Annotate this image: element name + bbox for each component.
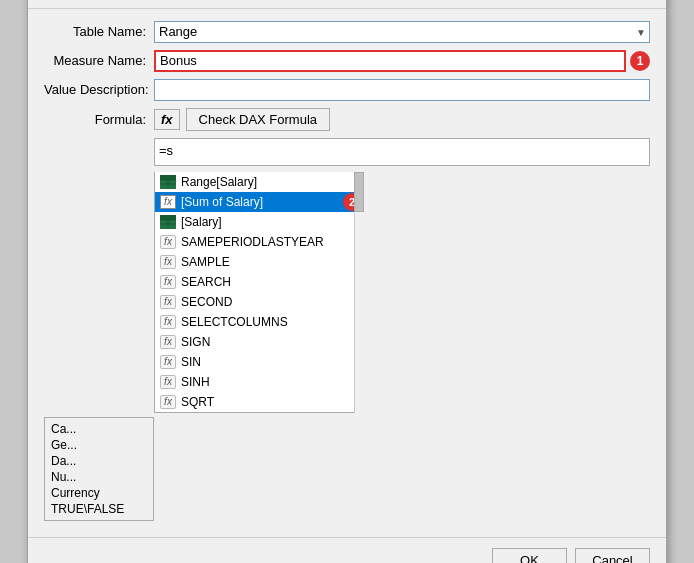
table-name-wrapper: ▼ — [154, 21, 650, 43]
table-name-row: Table Name: ▼ — [44, 21, 650, 43]
table-name-input[interactable] — [154, 21, 650, 43]
list-item[interactable]: fx SAMPLE — [155, 252, 363, 272]
badge-1: 1 — [630, 51, 650, 71]
close-button[interactable]: ✕ — [636, 0, 656, 2]
category-item[interactable]: Nu... — [49, 469, 149, 485]
item-label: [Sum of Salary] — [181, 195, 263, 209]
formula-label: Formula: — [44, 112, 154, 127]
category-area: Ca... Ge... Da... Nu... Currency TRUE\FA… — [44, 417, 650, 521]
autocomplete-dropdown: Range[Salary] fx [Sum of Salary] 2 — [154, 172, 364, 413]
item-label: Range[Salary] — [181, 175, 257, 189]
func-icon: fx — [159, 314, 177, 330]
measure-dialog: Measure ? ✕ Table Name: ▼ Measure Name: … — [27, 0, 667, 563]
list-item[interactable]: fx SINH — [155, 372, 363, 392]
list-item[interactable]: fx SIGN — [155, 332, 363, 352]
measure-name-row: Measure Name: 1 — [44, 50, 650, 72]
item-label: SEARCH — [181, 275, 231, 289]
func-icon: fx — [159, 334, 177, 350]
help-button[interactable]: ? — [612, 0, 628, 2]
formula-area[interactable]: =s — [154, 138, 650, 166]
func-icon: fx — [159, 254, 177, 270]
item-label: SQRT — [181, 395, 214, 409]
func-icon: fx — [159, 394, 177, 410]
footer: OK Cancel — [28, 537, 666, 564]
formula-area-wrapper: =s — [154, 138, 650, 166]
item-label: SINH — [181, 375, 210, 389]
dropdown-scroll: Range[Salary] fx [Sum of Salary] 2 — [154, 172, 364, 413]
category-item[interactable]: Currency — [49, 485, 149, 501]
cancel-button[interactable]: Cancel — [575, 548, 650, 564]
list-item[interactable]: Range[Salary] — [155, 172, 363, 192]
value-desc-row: Value Description: — [44, 79, 650, 101]
item-label: SECOND — [181, 295, 232, 309]
ok-button[interactable]: OK — [492, 548, 567, 564]
list-item[interactable]: fx SQRT — [155, 392, 363, 412]
list-item[interactable]: fx SIN — [155, 352, 363, 372]
svg-rect-9 — [160, 215, 176, 220]
fx-icon: fx — [159, 194, 177, 210]
func-icon: fx — [159, 274, 177, 290]
list-item[interactable]: fx [Sum of Salary] 2 — [155, 192, 363, 212]
scrollbar-thumb[interactable] — [354, 172, 364, 212]
func-icon: fx — [159, 374, 177, 390]
list-item[interactable]: fx SEARCH — [155, 272, 363, 292]
title-bar: Measure ? ✕ — [28, 0, 666, 9]
list-item[interactable]: fx SELECTCOLUMNS — [155, 312, 363, 332]
category-list: Ca... Ge... Da... Nu... Currency TRUE\FA… — [44, 417, 154, 521]
dialog-title: Measure — [38, 0, 89, 1]
func-icon: fx — [159, 294, 177, 310]
item-label: SAMPLE — [181, 255, 230, 269]
check-dax-button[interactable]: Check DAX Formula — [186, 108, 330, 131]
table-icon — [159, 214, 177, 230]
formula-fx-button[interactable]: fx — [154, 109, 180, 130]
dropdown-list: Range[Salary] fx [Sum of Salary] 2 — [154, 172, 364, 413]
category-item[interactable]: Da... — [49, 453, 149, 469]
category-item[interactable]: Ca... — [49, 421, 149, 437]
category-item[interactable]: Ge... — [49, 437, 149, 453]
table-icon — [159, 174, 177, 190]
dialog-body: Table Name: ▼ Measure Name: 1 Value Desc… — [28, 9, 666, 533]
func-icon: fx — [159, 234, 177, 250]
scrollbar-track[interactable] — [354, 172, 364, 413]
item-label: SIN — [181, 355, 201, 369]
list-item[interactable]: fx SECOND — [155, 292, 363, 312]
item-label: SAMEPERIODLASTYEAR — [181, 235, 324, 249]
value-desc-label: Value Description: — [44, 82, 154, 97]
item-label: SIGN — [181, 335, 210, 349]
func-icon: fx — [159, 354, 177, 370]
svg-rect-4 — [160, 175, 176, 180]
value-desc-input[interactable] — [154, 79, 650, 101]
category-item[interactable]: TRUE\FALSE — [49, 501, 149, 517]
title-bar-controls: ? ✕ — [612, 0, 656, 2]
table-name-label: Table Name: — [44, 24, 154, 39]
item-label: SELECTCOLUMNS — [181, 315, 288, 329]
measure-name-input[interactable] — [154, 50, 626, 72]
item-label: [Salary] — [181, 215, 222, 229]
formula-row: Formula: fx Check DAX Formula — [44, 108, 650, 131]
list-item[interactable]: [Salary] — [155, 212, 363, 232]
measure-name-label: Measure Name: — [44, 53, 154, 68]
list-item[interactable]: fx SAMEPERIODLASTYEAR — [155, 232, 363, 252]
